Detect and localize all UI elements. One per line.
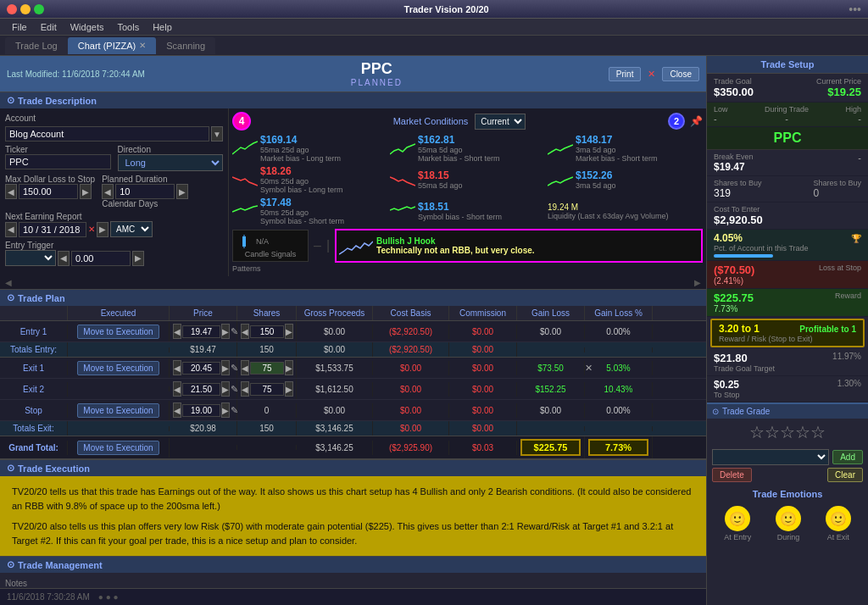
scroll-left-icon[interactable]: ◀	[5, 278, 12, 287]
account-input[interactable]	[5, 126, 209, 142]
break-even-label: Break Even	[714, 153, 754, 161]
exit-2-price-dec[interactable]: ◀	[173, 381, 181, 397]
grand-total-move-btn[interactable]: Move to Execution	[77, 441, 159, 455]
trade-mgmt-toggle[interactable]: ⊙	[7, 559, 14, 570]
earning-inc-btn[interactable]: ▶	[97, 222, 108, 237]
entry-1-price-input[interactable]	[182, 325, 220, 338]
totals-exit-commission: $0.00	[449, 421, 517, 436]
title-bar: Trader Vision 20/20 •••	[0, 0, 868, 19]
table-header: Executed Price Shares Gross Proceeds Cos…	[0, 306, 706, 321]
exit-1-price-dec[interactable]: ◀	[173, 360, 181, 375]
max-loss-input[interactable]	[19, 184, 78, 199]
entry-1-shares-inc[interactable]: ▶	[285, 324, 293, 339]
earning-date-input[interactable]	[19, 222, 86, 237]
app-title: Trader Vision 20/20	[44, 4, 849, 14]
exit-2-shares-dec[interactable]: ◀	[241, 381, 249, 397]
entry-1-shares-dec[interactable]: ◀	[241, 324, 249, 339]
exit-2-shares-inc[interactable]: ▶	[285, 381, 293, 397]
th-executed: Executed	[68, 306, 170, 320]
max-loss-dec-btn[interactable]: ◀	[5, 184, 17, 199]
trade-grade-toggle[interactable]: ⊙	[712, 407, 719, 416]
tab-trade-log[interactable]: Trade Log	[5, 37, 68, 54]
entry-trigger-inc-btn[interactable]: ▶	[132, 251, 144, 266]
stop-price-dec[interactable]: ◀	[173, 402, 181, 418]
maximize-window-button[interactable]	[34, 4, 44, 14]
add-button[interactable]: Add	[832, 450, 863, 464]
earning-clear-icon[interactable]: ✕	[88, 225, 95, 234]
entry-trigger-input[interactable]	[71, 251, 131, 266]
account-dropdown-btn[interactable]: ▼	[211, 126, 223, 142]
menu-help[interactable]: Help	[146, 19, 179, 36]
entry-trigger-dec-btn[interactable]: ◀	[58, 251, 70, 266]
exit-1-x-btn[interactable]: ✕	[585, 363, 593, 374]
mistakes-select[interactable]	[712, 449, 829, 465]
exit-2-shares-input[interactable]	[250, 383, 284, 396]
entry-1-price-dec[interactable]: ◀	[173, 324, 181, 339]
duration-input[interactable]	[115, 184, 175, 199]
max-loss-inc-btn[interactable]: ▶	[80, 184, 92, 199]
entry-1-label: Entry 1	[0, 325, 68, 339]
exit-1-shares-input[interactable]	[250, 362, 284, 375]
exit-2-gain: $152.25	[517, 382, 585, 397]
trade-desc-toggle[interactable]: ⊙	[7, 95, 14, 106]
stop-price-input[interactable]	[182, 404, 220, 417]
duration-inc-btn[interactable]: ▶	[176, 184, 188, 199]
emotion-face-entry[interactable]: 🙂	[725, 506, 750, 531]
tab-close-icon[interactable]: ✕	[139, 41, 146, 50]
entry-1-shares-input[interactable]	[250, 325, 284, 338]
exit-1-shares-inc[interactable]: ▶	[285, 360, 293, 375]
mc-data-5: $18.26 50ms 25d ago Symbol bias - Long t…	[260, 165, 343, 194]
duration-dec-btn[interactable]: ◀	[102, 184, 114, 199]
earning-timing-select[interactable]: AMC BMO	[110, 221, 153, 237]
mc-sub-6: 55ma 5d ago	[418, 181, 463, 190]
entry-1-move-btn[interactable]: Move to Execution	[77, 325, 159, 339]
tab-scanning[interactable]: Scanning	[156, 37, 215, 54]
menu-file[interactable]: File	[5, 19, 34, 36]
exit-1-price-inc[interactable]: ▶	[221, 360, 230, 375]
star-1[interactable]: ☆	[749, 422, 765, 442]
menu-widgets[interactable]: Widgets	[64, 19, 111, 36]
high-col: High -	[845, 105, 861, 124]
mc-current-select[interactable]: Current	[475, 114, 526, 130]
close-button[interactable]: Close	[662, 67, 699, 81]
emotion-face-during[interactable]: 🙂	[776, 506, 801, 531]
grand-total-empty2	[237, 445, 297, 450]
scrollable-content[interactable]: ⊙ Trade Description Account ▼	[0, 92, 706, 588]
star-5[interactable]: ☆	[810, 422, 826, 442]
mc-item-9: 19.24 M Liquidity (Last x 63day Avg Volu…	[548, 197, 703, 225]
entry-1-price-inc[interactable]: ▶	[221, 324, 230, 339]
notes-label: Notes	[5, 579, 27, 588]
print-button[interactable]: Print	[609, 67, 642, 81]
stop-price-control: ◀ ▶ ✎	[173, 402, 233, 418]
trade-exec-toggle[interactable]: ⊙	[7, 463, 14, 474]
emotion-face-exit[interactable]: 🙂	[826, 506, 851, 531]
entry-trigger-select[interactable]	[5, 250, 56, 266]
clear-button[interactable]: Clear	[827, 468, 863, 482]
direction-select[interactable]: Long Short	[118, 154, 224, 171]
star-3[interactable]: ☆	[780, 422, 795, 442]
delete-button[interactable]: Delete	[712, 468, 752, 482]
star-4[interactable]: ☆	[795, 422, 810, 442]
minimize-window-button[interactable]	[20, 4, 31, 14]
trade-plan-toggle[interactable]: ⊙	[7, 292, 14, 303]
window-controls[interactable]	[7, 4, 44, 14]
calendar-days-label: Calendar Days	[102, 199, 188, 208]
delete-clear-row: Delete Clear	[712, 468, 863, 482]
exit-2-price-inc[interactable]: ▶	[221, 381, 230, 397]
mc-pin-icon[interactable]: 📌	[690, 115, 703, 127]
mistakes-controls: Add	[712, 449, 863, 465]
menu-tools[interactable]: Tools	[110, 19, 146, 36]
menu-edit[interactable]: Edit	[34, 19, 64, 36]
tab-chart[interactable]: Chart (PIZZA) ✕	[68, 37, 156, 54]
stop-move-btn[interactable]: Move to Execution	[77, 403, 159, 418]
exit-1-move-btn[interactable]: Move to Execution	[77, 361, 159, 375]
scroll-right-icon[interactable]: ▶	[694, 278, 701, 287]
exit-2-price-input[interactable]	[182, 383, 220, 396]
stop-price-inc[interactable]: ▶	[221, 402, 230, 418]
earning-dec-btn[interactable]: ◀	[5, 222, 17, 237]
exit-1-price-input[interactable]	[182, 362, 220, 375]
ticker-input[interactable]	[5, 154, 111, 169]
close-window-button[interactable]	[7, 4, 17, 14]
exit-1-shares-dec[interactable]: ◀	[241, 360, 249, 375]
star-2[interactable]: ☆	[765, 422, 780, 442]
